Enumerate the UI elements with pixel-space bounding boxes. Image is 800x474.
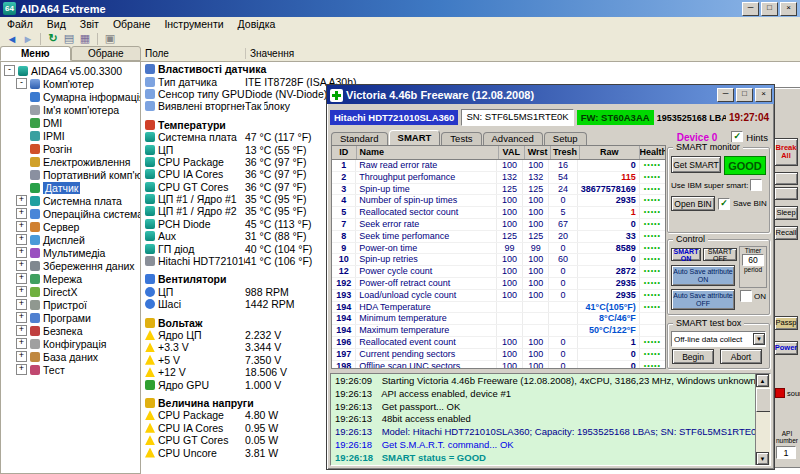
smart-attribute-row[interactable]: 9 Power-on time 99 99 0 8589 ••••• xyxy=(332,243,665,255)
tree-item[interactable]: Сумарна інформація xyxy=(1,90,140,103)
strip-button[interactable] xyxy=(774,187,798,200)
expand-toggle-icon[interactable] xyxy=(16,273,27,284)
maximize-button[interactable]: □ xyxy=(736,88,753,102)
smart-attribute-row[interactable]: 2 Throughput perfomance 132 132 54 115 •… xyxy=(332,172,665,184)
tree-item[interactable]: Мультимедіа xyxy=(1,246,140,259)
expand-toggle-icon[interactable] xyxy=(16,325,27,336)
expand-toggle-icon[interactable] xyxy=(16,195,27,206)
menu-item[interactable]: Довідка xyxy=(231,18,283,30)
smart-column-header[interactable]: Tresh xyxy=(551,146,579,159)
smart-attribute-row[interactable]: 198 Offline scan UNC sectors 100 100 0 0… xyxy=(332,361,665,369)
forward-icon[interactable] xyxy=(20,33,36,45)
smart-attribute-row[interactable]: 196 Reallocated event count 100 100 0 1 … xyxy=(332,337,665,349)
tree-item[interactable]: Сервер xyxy=(1,220,140,233)
scrollbar-thumb[interactable] xyxy=(756,388,771,412)
settings-icon[interactable] xyxy=(102,32,118,45)
expand-toggle-icon[interactable] xyxy=(4,65,15,76)
expand-toggle-icon[interactable] xyxy=(16,351,27,362)
log-scrollbar[interactable]: ▲ ▼ xyxy=(755,374,770,465)
smart-attribute-row[interactable]: 197 Current pending sectors 100 100 0 0 … xyxy=(332,349,665,361)
begin-button[interactable]: Begin xyxy=(672,349,714,364)
smart-off-button[interactable]: SMART OFF xyxy=(703,248,737,261)
close-button[interactable]: × xyxy=(780,2,797,16)
tree-item[interactable]: Ім'я комп'ютера xyxy=(1,103,140,116)
save-bin-checkbox[interactable] xyxy=(718,198,730,210)
smart-attribute-row[interactable]: 4 Number of spin-up times 100 100 0 2935… xyxy=(332,195,665,207)
chart-icon[interactable] xyxy=(77,32,93,45)
tree-item[interactable]: Датчик xyxy=(1,181,140,194)
smart-column-header[interactable]: Raw xyxy=(580,146,640,159)
back-icon[interactable] xyxy=(4,33,20,45)
close-button[interactable]: × xyxy=(755,88,772,102)
tree-item[interactable]: Безпека xyxy=(1,324,140,337)
menu-item[interactable]: Інструменти xyxy=(157,18,230,30)
smart-attribute-row[interactable]: 194 Minimum temperature 8°C/46°F xyxy=(332,313,665,325)
sleep-button[interactable]: Sleep xyxy=(774,206,798,220)
chevron-down-icon[interactable]: ▼ xyxy=(753,333,765,345)
expand-toggle-icon[interactable] xyxy=(16,312,27,323)
tree-item[interactable]: Збереження даних xyxy=(1,259,140,272)
passport-button[interactable]: Passp xyxy=(774,316,798,330)
victoria-tab[interactable]: Advanced xyxy=(483,132,543,145)
abort-button[interactable]: Abort xyxy=(720,349,762,364)
open-bin-button[interactable]: Open BIN xyxy=(671,196,715,211)
smart-column-header[interactable]: ID xyxy=(332,146,357,159)
tree-item[interactable]: Операційна система xyxy=(1,207,140,220)
expand-toggle-icon[interactable] xyxy=(16,364,27,375)
tree-item[interactable]: Системна плата xyxy=(1,194,140,207)
expand-toggle-icon[interactable] xyxy=(16,221,27,232)
auto-save-attribute-on-button[interactable]: Auto Save attribute ON xyxy=(671,265,735,286)
tree-item[interactable]: Програми xyxy=(1,311,140,324)
maximize-button[interactable]: □ xyxy=(761,2,778,16)
smart-column-header[interactable]: Health xyxy=(640,146,665,159)
tree-item[interactable]: AIDA64 v5.00.3300 xyxy=(1,64,140,77)
tab-favorites[interactable]: Обране xyxy=(71,46,142,61)
expand-toggle-icon[interactable] xyxy=(16,338,27,349)
minimize-button[interactable]: ─ xyxy=(717,88,734,102)
smart-attribute-row[interactable]: 10 Spin-up retries 100 100 60 0 ••••• xyxy=(332,254,665,266)
menu-item[interactable]: Звіт xyxy=(73,18,106,30)
timer-on-checkbox[interactable]: ON xyxy=(740,290,766,302)
timer-on-checkbox-icon[interactable] xyxy=(740,290,752,302)
api-number-input[interactable] xyxy=(776,446,796,459)
use-ibm-checkbox[interactable] xyxy=(750,179,762,191)
expand-toggle-icon[interactable] xyxy=(16,247,27,258)
aida64-titlebar[interactable]: 64 AIDA64 Extreme ─ □ × xyxy=(0,0,800,17)
tree-item[interactable]: Тест xyxy=(1,363,140,376)
refresh-icon[interactable] xyxy=(45,32,61,45)
expand-toggle-icon[interactable] xyxy=(16,299,27,310)
strip-button[interactable] xyxy=(774,172,798,185)
power-button[interactable]: Power xyxy=(774,341,798,355)
tree-item[interactable]: Комп'ютер xyxy=(1,77,140,90)
victoria-tab[interactable]: SMART xyxy=(389,130,441,145)
tab-menu[interactable]: Меню xyxy=(0,46,71,61)
tree-item[interactable]: Мережа xyxy=(1,272,140,285)
victoria-tab[interactable]: Setup xyxy=(544,132,587,145)
menu-item[interactable]: Обране xyxy=(106,18,158,30)
smart-attribute-row[interactable]: 194 Maximum temperature 50°C/122°F xyxy=(332,325,665,337)
smart-attribute-row[interactable]: 192 Power-off retract count 100 100 0 29… xyxy=(332,278,665,290)
sound-toggle[interactable]: sound xyxy=(775,388,800,398)
break-all-button[interactable]: Break All xyxy=(774,138,798,166)
smart-attribute-row[interactable]: 1 Raw read error rate 100 100 16 0 ••••• xyxy=(332,160,665,172)
tree-item[interactable]: DirectX xyxy=(1,285,140,298)
minimize-button[interactable]: ─ xyxy=(742,2,759,16)
smart-on-button[interactable]: SMART ON xyxy=(671,248,701,261)
tree-item[interactable]: Дисплей xyxy=(1,233,140,246)
victoria-tab[interactable]: Standard xyxy=(331,132,388,145)
recall-button[interactable]: Recall xyxy=(774,226,798,240)
column-header-value[interactable]: Значення xyxy=(246,48,294,59)
smart-column-header[interactable]: Name xyxy=(357,146,499,159)
tree-item[interactable]: Розгін xyxy=(1,142,140,155)
victoria-titlebar[interactable]: Victoria 4.46b Freeware (12.08.2008) ─ □… xyxy=(327,85,774,104)
report-icon[interactable] xyxy=(61,32,77,45)
smart-attribute-row[interactable]: 7 Seek error rate 100 100 67 0 ••••• xyxy=(332,219,665,231)
detail-row[interactable]: Властивості датчика xyxy=(141,63,800,75)
get-smart-button[interactable]: Get SMART xyxy=(671,156,721,173)
tree-item[interactable]: База даних xyxy=(1,350,140,363)
expand-toggle-icon[interactable] xyxy=(16,208,27,219)
smart-attribute-row[interactable]: 194 HDA Temperature 41°C(105°F) ••••• xyxy=(332,302,665,314)
drive-model[interactable]: Hitachi HDT721010SLA360 xyxy=(330,110,458,125)
tree-item[interactable]: Електроживлення xyxy=(1,155,140,168)
smart-column-header[interactable]: VAL xyxy=(499,146,525,159)
